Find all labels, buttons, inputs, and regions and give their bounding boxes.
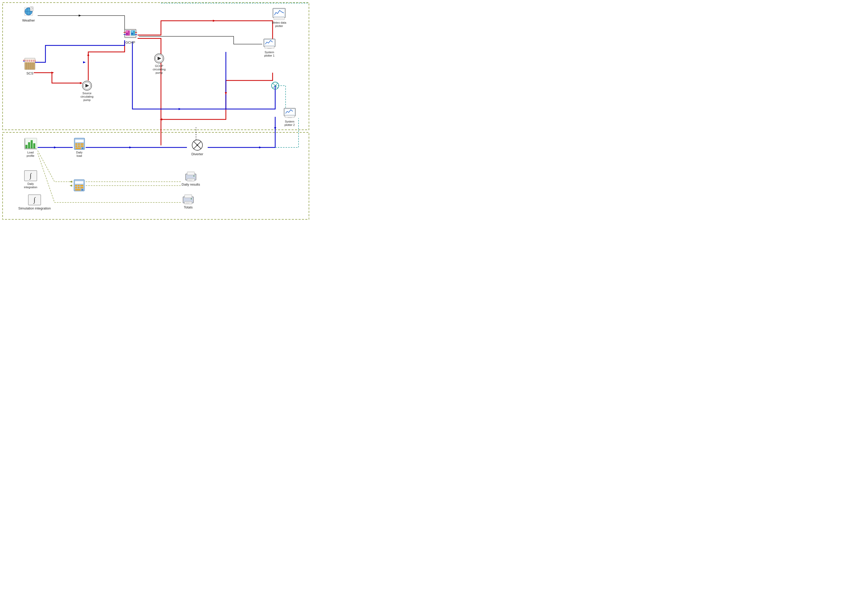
svg-marker-14 (274, 127, 276, 130)
svg-rect-84 (75, 145, 77, 147)
source-pump-label: Sourcecirculatingpump (80, 92, 93, 102)
daily-load-component[interactable]: Dailyload (69, 138, 89, 157)
svg-rect-109 (187, 179, 195, 181)
svg-rect-73 (25, 145, 28, 148)
svg-marker-4 (52, 72, 54, 74)
svg-point-19 (272, 82, 279, 89)
gchp-pump-icon (154, 53, 164, 64)
svg-line-21 (273, 83, 278, 88)
gchp-pump-label: GCHPcirculatingpump (152, 64, 166, 75)
svg-rect-105 (75, 189, 81, 190)
daily-results-icon (185, 171, 197, 182)
load-profile-component[interactable]: Loadprofile (19, 138, 42, 157)
load-profile-label: Loadprofile (27, 151, 35, 157)
svg-marker-7 (213, 20, 215, 22)
system-plotter1-component[interactable]: Systemplotter 1 (257, 38, 282, 57)
svg-rect-103 (78, 187, 80, 189)
svg-rect-100 (78, 185, 80, 186)
svg-rect-60 (274, 17, 284, 20)
svg-rect-35 (131, 33, 133, 35)
svg-marker-11 (54, 146, 57, 148)
gchp-label: GCHP (126, 41, 135, 45)
diverter-label: Diverter (191, 152, 203, 156)
svg-marker-8 (225, 92, 227, 95)
svg-rect-43 (25, 62, 35, 69)
svg-rect-102 (75, 187, 77, 189)
diverter-component[interactable]: Diverter (187, 139, 208, 156)
weather-icon (22, 5, 35, 18)
meteo-plotter-label: Meteo dataplotter (272, 21, 286, 28)
svg-rect-104 (80, 187, 83, 189)
sim-integration-component[interactable]: ∫ Simulation integration (18, 194, 52, 211)
daily-calc-icon (74, 179, 85, 192)
weather-component[interactable]: Weather (18, 5, 39, 23)
totals-label: Totals (184, 205, 193, 209)
weather-label: Weather (22, 19, 35, 23)
svg-marker-10 (83, 61, 86, 63)
svg-rect-114 (185, 195, 192, 198)
daily-integration-component[interactable]: ∫ Dailyintegration (18, 170, 44, 189)
daily-results-component[interactable]: Daily results (176, 171, 205, 187)
source-pump-component[interactable]: Sourcecirculatingpump (75, 80, 99, 102)
svg-rect-33 (126, 33, 128, 35)
daily-calc-component[interactable] (70, 179, 88, 192)
svg-marker-13 (259, 146, 262, 148)
svg-rect-76 (33, 143, 35, 148)
daily-load-label: Dailyload (76, 151, 82, 157)
svg-rect-101 (80, 185, 83, 186)
source-pump-icon (82, 80, 92, 91)
svg-marker-16 (79, 14, 81, 17)
svg-marker-12 (129, 146, 132, 148)
svg-marker-9 (160, 118, 162, 121)
svg-rect-85 (78, 145, 80, 147)
svg-rect-106 (81, 189, 83, 190)
gchp-component[interactable]: GCHP (120, 27, 141, 45)
system-plotter2-label: Systemplotter 2 (284, 120, 295, 127)
svg-marker-15 (179, 108, 181, 110)
daily-results-label: Daily results (182, 182, 200, 187)
svg-rect-74 (28, 142, 30, 148)
wire-canvas (0, 0, 311, 222)
scs-component[interactable]: SCS (19, 57, 40, 75)
sim-integration-label: Simulation integration (18, 206, 50, 211)
scs-icon (23, 57, 37, 71)
daily-integration-icon: ∫ (24, 170, 38, 181)
svg-rect-86 (80, 145, 83, 147)
system-plotter2-component[interactable]: Systemplotter 2 (277, 108, 302, 127)
diverter-icon (191, 139, 204, 151)
diagram-canvas: Weather GCHP (0, 0, 311, 222)
sim-integration-icon: ∫ (28, 194, 41, 206)
meteo-plotter-component[interactable]: Meteo dataplotter (265, 8, 293, 28)
daily-integration-label: Dailyintegration (24, 182, 37, 189)
svg-rect-34 (131, 31, 133, 33)
svg-rect-108 (187, 172, 195, 175)
svg-rect-80 (75, 140, 83, 142)
svg-rect-75 (31, 140, 33, 148)
scs-label: SCS (27, 71, 33, 75)
system-plotter2-icon (283, 108, 296, 119)
svg-rect-32 (126, 31, 128, 33)
gchp-pump-component[interactable]: GCHPcirculatingpump (145, 53, 173, 75)
totals-component[interactable]: Totals (178, 194, 199, 209)
svg-point-118 (191, 198, 192, 200)
svg-point-112 (193, 176, 195, 176)
svg-rect-98 (75, 181, 83, 184)
totals-icon (182, 194, 195, 204)
gchp-icon (124, 27, 137, 40)
svg-rect-82 (78, 143, 80, 145)
svg-rect-66 (265, 46, 274, 48)
svg-rect-71 (285, 116, 294, 118)
system-plotter1-icon (263, 38, 276, 50)
svg-line-20 (273, 83, 278, 88)
daily-load-icon (74, 138, 85, 150)
svg-point-92 (196, 145, 198, 146)
svg-rect-83 (80, 143, 83, 145)
svg-rect-87 (75, 148, 81, 149)
system-plotter1-label: Systemplotter 1 (264, 50, 275, 57)
svg-rect-88 (82, 148, 83, 149)
load-profile-icon (24, 138, 38, 150)
meteo-plotter-icon (272, 8, 286, 20)
svg-rect-99 (75, 185, 77, 186)
svg-marker-6 (87, 53, 89, 56)
svg-rect-81 (75, 143, 77, 145)
